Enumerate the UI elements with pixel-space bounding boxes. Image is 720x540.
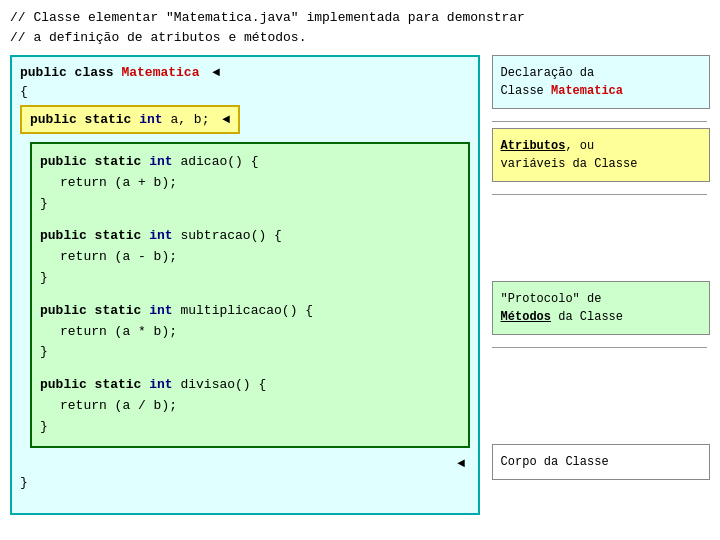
comment-block: // Classe elementar "Matematica.java" im…	[10, 8, 710, 47]
ann-methods-line1: "Protocolo" de	[501, 292, 602, 306]
methods-box: public static int adicao() { return (a +…	[30, 142, 470, 448]
arrow-methods: ◄	[20, 456, 470, 471]
method-divisao-sig: public static int divisao() {	[40, 375, 460, 396]
method-adicao-sig: public static int adicao() {	[40, 152, 460, 173]
method-adicao: public static int adicao() { return (a +…	[40, 152, 460, 214]
comment-line2: // a definição de atributos e métodos.	[10, 28, 710, 48]
method-subtracao-close: }	[40, 268, 460, 289]
class-close-brace: }	[20, 475, 470, 490]
method-multiplicacao-body: return (a * b);	[40, 322, 460, 343]
comment-line1: // Classe elementar "Matematica.java" im…	[10, 8, 710, 28]
annotation-attributes: Atributos, ou variáveis da Classe	[492, 128, 710, 182]
keyword-class: class	[75, 65, 122, 80]
method-subtracao: public static int subtracao() { return (…	[40, 226, 460, 288]
main-layout: public class Matematica ◄ { public stati…	[10, 55, 710, 515]
annotation-body: Corpo da Classe	[492, 444, 710, 480]
annotations-col: Declaração da Classe Matematica Atributo…	[482, 55, 710, 515]
divider-2	[492, 194, 707, 195]
method-subtracao-sig: public static int subtracao() {	[40, 226, 460, 247]
keyword-public: public	[20, 65, 75, 80]
method-divisao-body: return (a / b);	[40, 396, 460, 417]
ann-methods-label: Métodos	[501, 310, 551, 324]
code-area: public class Matematica ◄ { public stati…	[10, 55, 482, 515]
method-subtracao-body: return (a - b);	[40, 247, 460, 268]
annotation-class-decl: Declaração da Classe Matematica	[492, 55, 710, 109]
ann-class-line2: Classe	[501, 84, 551, 98]
ann-attr-rest: , ou	[565, 139, 594, 153]
ann-methods-rest: da Classe	[551, 310, 623, 324]
ann-body-label: Corpo da Classe	[501, 455, 609, 469]
open-brace: {	[20, 84, 470, 99]
ann-class-classname: Matematica	[551, 84, 623, 98]
page: // Classe elementar "Matematica.java" im…	[0, 0, 720, 540]
attribute-box: public static int a, b; ◄	[20, 105, 240, 134]
method-multiplicacao-close: }	[40, 342, 460, 363]
method-adicao-body: return (a + b);	[40, 173, 460, 194]
attr-type: int	[139, 112, 162, 127]
method-adicao-close: }	[40, 194, 460, 215]
attr-vars: a, b;	[163, 112, 210, 127]
arrow-attr: ◄	[222, 112, 230, 127]
ann-class-line1: Declaração da	[501, 66, 595, 80]
method-divisao-close: }	[40, 417, 460, 438]
divider-3	[492, 347, 707, 348]
ann-attr-label: Atributos	[501, 139, 566, 153]
method-divisao: public static int divisao() { return (a …	[40, 375, 460, 437]
divider-1	[492, 121, 707, 122]
annotation-methods: "Protocolo" de Métodos da Classe	[492, 281, 710, 335]
classname-label: Matematica	[121, 65, 199, 80]
method-multiplicacao-sig: public static int multiplicacao() {	[40, 301, 460, 322]
class-header: public class Matematica ◄	[20, 65, 470, 80]
ann-attr-line2: variáveis da Classe	[501, 157, 638, 171]
method-multiplicacao: public static int multiplicacao() { retu…	[40, 301, 460, 363]
arrow-class: ◄	[212, 65, 220, 80]
attr-kw2: static	[85, 112, 140, 127]
attr-kw1: public	[30, 112, 85, 127]
class-box: public class Matematica ◄ { public stati…	[10, 55, 480, 515]
